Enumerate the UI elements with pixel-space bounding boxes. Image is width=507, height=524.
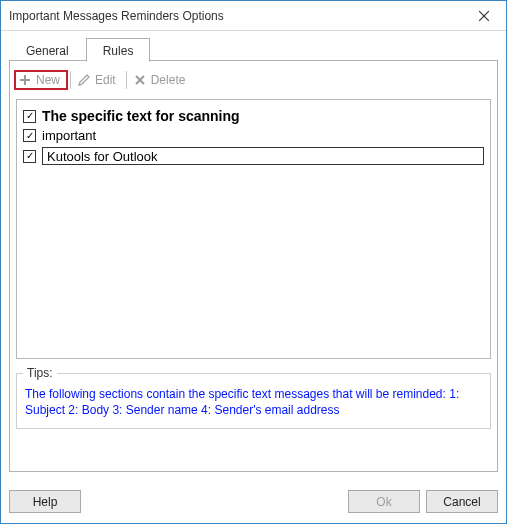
tab-rules[interactable]: Rules — [86, 38, 151, 62]
checkbox-icon[interactable]: ✓ — [23, 110, 36, 123]
tips-legend: Tips: — [23, 366, 57, 380]
toolbar-separator — [70, 71, 71, 89]
edit-button-label: Edit — [95, 73, 116, 87]
tab-general[interactable]: General — [9, 39, 86, 61]
cancel-button[interactable]: Cancel — [426, 490, 498, 513]
list-item-edit-input[interactable]: Kutools for Outlook — [42, 147, 484, 165]
tips-group: Tips: The following sections contain the… — [16, 373, 491, 429]
rules-list: ✓ The specific text for scanning ✓ impor… — [16, 99, 491, 359]
rules-header-label: The specific text for scanning — [42, 108, 240, 124]
list-item-label: important — [42, 128, 96, 143]
ok-button[interactable]: Ok — [348, 490, 420, 513]
list-item[interactable]: ✓ Kutools for Outlook — [23, 145, 484, 167]
tips-text: The following sections contain the speci… — [25, 386, 482, 418]
toolbar-separator — [126, 71, 127, 89]
checkbox-icon[interactable]: ✓ — [23, 129, 36, 142]
rules-header-row[interactable]: ✓ The specific text for scanning — [23, 106, 484, 126]
delete-button-label: Delete — [151, 73, 186, 87]
x-icon — [133, 73, 147, 87]
pencil-icon — [77, 73, 91, 87]
help-button[interactable]: Help — [9, 490, 81, 513]
window-title: Important Messages Reminders Options — [9, 9, 224, 23]
footer: Help Ok Cancel — [1, 480, 506, 523]
close-icon — [479, 11, 489, 21]
tabstrip: General Rules — [9, 37, 498, 61]
plus-icon — [18, 73, 32, 87]
client-area: General Rules New Edit — [1, 31, 506, 480]
titlebar: Important Messages Reminders Options — [1, 1, 506, 31]
list-item[interactable]: ✓ important — [23, 126, 484, 145]
checkbox-icon[interactable]: ✓ — [23, 150, 36, 163]
toolbar: New Edit Delete — [16, 67, 491, 93]
new-button[interactable]: New — [14, 70, 68, 90]
tab-body-rules: New Edit Delete — [9, 61, 498, 472]
dialog-window: Important Messages Reminders Options Gen… — [0, 0, 507, 524]
new-button-label: New — [36, 73, 60, 87]
delete-button[interactable]: Delete — [129, 71, 194, 89]
edit-button[interactable]: Edit — [73, 71, 124, 89]
close-button[interactable] — [462, 1, 506, 30]
